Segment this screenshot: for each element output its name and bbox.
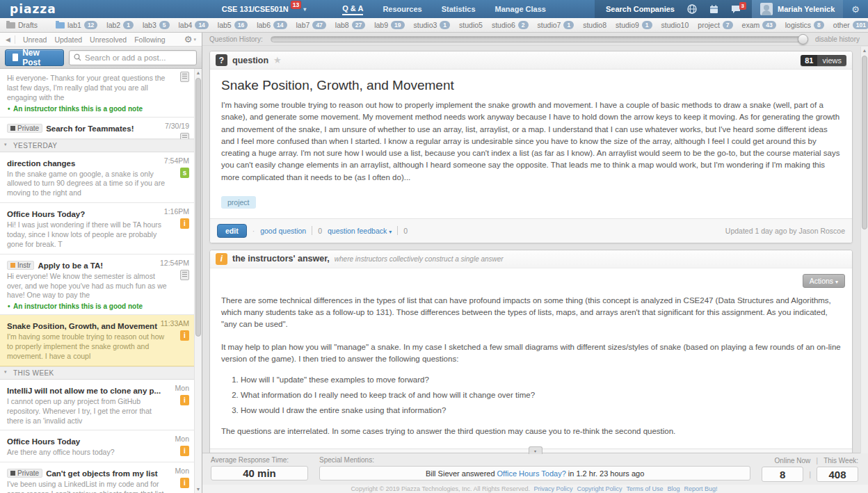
feed-item-titleline: direction changes xyxy=(7,156,169,169)
new-post-button[interactable]: New Post xyxy=(5,49,64,66)
search-input[interactable] xyxy=(85,54,192,62)
filter-following[interactable]: Following xyxy=(134,35,165,44)
history-slider-track[interactable] xyxy=(271,36,807,42)
list-item[interactable]: Snake Position, Growth, and MovementI'm … xyxy=(0,315,194,366)
feed-section-header[interactable]: ▾THIS WEEK xyxy=(0,366,194,380)
footer-divider xyxy=(312,226,312,235)
list-item[interactable]: PrivateCan't get objects from my listI'v… xyxy=(0,462,194,493)
actions-dropdown-button[interactable]: Actions ▾ xyxy=(803,274,845,288)
feed-scroll-thumb[interactable] xyxy=(195,78,201,337)
tab-lab6[interactable]: lab614 xyxy=(257,21,287,29)
favorite-star-icon[interactable]: ★ xyxy=(273,55,282,65)
footer-link-privacy-policy[interactable]: Privacy Policy xyxy=(534,485,573,492)
nav-link-statistics[interactable]: Statistics xyxy=(442,3,476,15)
scroll-down-icon[interactable]: ▼ xyxy=(195,487,202,492)
question-feedback-dropdown[interactable]: question feedback ▾ xyxy=(328,227,392,235)
piazza-logo[interactable]: piazza xyxy=(10,2,56,16)
instructor-good-note-label: An instructor thinks this is a good note xyxy=(7,105,169,113)
sidebar: ◀ UnreadUpdatedUnresolvedFollowing ⚙ ▾ N… xyxy=(0,33,202,493)
tab-count-badge: 101 xyxy=(853,21,868,29)
tab-lab8[interactable]: lab827 xyxy=(335,21,365,29)
footer-link-terms-of-use[interactable]: Terms of Use xyxy=(627,485,664,492)
feed-item-titleline: Snake Position, Growth, and Movement xyxy=(7,319,169,332)
search-companies-link[interactable]: Search Companies xyxy=(606,5,675,13)
scroll-up-icon[interactable]: ▲ xyxy=(195,70,202,75)
settings-gear-icon[interactable]: ⚙ xyxy=(843,0,868,18)
tab-lab1[interactable]: lab112 xyxy=(56,21,97,29)
tab-lab3[interactable]: lab35 xyxy=(143,21,170,29)
disable-history-link[interactable]: disable history xyxy=(815,35,860,43)
instructor-answered-icon: i xyxy=(180,395,189,405)
globe-icon[interactable] xyxy=(687,4,697,14)
tab-other[interactable]: other101 xyxy=(833,21,868,29)
tab-count-badge: 16 xyxy=(234,21,248,29)
main-scrollbar[interactable]: ▲ xyxy=(860,47,868,453)
list-item[interactable]: InstrApply to be a TA!Hi everyone! We kn… xyxy=(0,254,194,316)
feed-item-badges: s xyxy=(180,168,189,178)
bottombar-collapse-button[interactable]: ▾ xyxy=(529,446,542,454)
footer-link-blog[interactable]: Blog xyxy=(668,485,680,492)
tab-studio3[interactable]: studio31 xyxy=(414,21,451,29)
collapse-sidebar-icon[interactable]: ◀ xyxy=(6,36,10,43)
tab-lab4[interactable]: lab414 xyxy=(179,21,209,29)
this-week-value: 408 xyxy=(817,467,858,482)
list-item[interactable]: Office Hours Today?Hi! I was just wonder… xyxy=(0,203,194,254)
history-slider-handle[interactable] xyxy=(798,34,808,45)
tab-label: Drafts xyxy=(18,21,38,29)
good-question-count: 0 xyxy=(318,227,322,235)
online-stats-section: Online Now | This Week: 8 | 408 xyxy=(762,456,858,480)
tab-lab7[interactable]: lab747 xyxy=(296,21,326,29)
nav-link-q-a[interactable]: Q & A xyxy=(342,3,363,15)
tab-exam[interactable]: exam43 xyxy=(742,21,776,29)
feed-scrollbar[interactable]: ▲ ▼ xyxy=(194,69,202,493)
list-item[interactable]: IntelliJ will not allow me to clone any … xyxy=(0,380,194,431)
tag-project[interactable]: project xyxy=(221,196,256,209)
tab-studio8[interactable]: studio8 xyxy=(583,21,606,29)
tab-lab9[interactable]: lab919 xyxy=(374,21,404,29)
feed-section-label: THIS WEEK xyxy=(13,369,54,377)
tab-project[interactable]: project7 xyxy=(698,21,732,29)
filter-updated[interactable]: Updated xyxy=(54,35,82,44)
tab-logistics[interactable]: logistics8 xyxy=(785,21,824,29)
feed-section-header[interactable]: ▾YESTERDAY xyxy=(0,139,194,152)
footer-link-report-bug-[interactable]: Report Bug! xyxy=(684,485,718,492)
main-scroll-thumb[interactable] xyxy=(862,56,867,229)
tab-label: studio7 xyxy=(538,21,561,29)
tab-drafts[interactable]: Drafts xyxy=(6,21,38,29)
tab-studio10[interactable]: studio10 xyxy=(661,21,689,29)
mention-post-link[interactable]: Office Hours Today? xyxy=(497,469,566,478)
filter-unresolved[interactable]: Unresolved xyxy=(90,35,127,44)
tab-studio9[interactable]: studio91 xyxy=(616,21,652,29)
tab-studio5[interactable]: studio5 xyxy=(459,21,483,29)
list-item[interactable]: Hi everyone- Thanks for your great quest… xyxy=(0,69,194,118)
list-item[interactable]: Office Hours TodayAre there any office h… xyxy=(0,430,194,462)
course-selector[interactable]: CSE 131/CSE501N 13 ▾ xyxy=(222,5,306,13)
question-text: I'm having some trouble trying to reason… xyxy=(221,99,841,184)
user-menu[interactable]: Mariah Yelenick xyxy=(752,0,843,18)
edit-button[interactable]: edit xyxy=(217,224,247,238)
scroll-up-icon[interactable]: ▲ xyxy=(861,48,868,53)
tab-studio7[interactable]: studio71 xyxy=(538,21,574,29)
question-header: ? question ★ 81 views xyxy=(210,51,852,70)
list-item[interactable]: direction changesIn the snake game on go… xyxy=(0,152,194,204)
answer-body: Actions ▾ There are some technical diffe… xyxy=(210,268,852,449)
feed-item-main: Hi everyone- Thanks for your great quest… xyxy=(7,74,169,113)
list-item[interactable]: PrivateSearch for Teammates!7/30/19 xyxy=(0,118,194,139)
chevron-down-icon: ▾ xyxy=(835,279,838,285)
nav-link-manage-class[interactable]: Manage Class xyxy=(495,3,546,15)
nav-link-resources[interactable]: Resources xyxy=(383,3,421,15)
instr-square-icon xyxy=(10,263,15,268)
feed-item-time: 1:16PM xyxy=(164,207,189,216)
stats-divider: | xyxy=(809,470,811,478)
tab-lab2[interactable]: lab21 xyxy=(106,21,134,29)
post-scroll-area: ? question ★ 81 views Snake Position, Gr… xyxy=(202,46,868,453)
feed-item-main: PrivateSearch for Teammates! xyxy=(7,122,169,134)
good-question-link[interactable]: good question xyxy=(260,227,306,235)
tab-studio6[interactable]: studio62 xyxy=(492,21,529,29)
calendar-icon[interactable] xyxy=(709,5,718,14)
feedback-icon[interactable]: 3 xyxy=(731,5,741,14)
filter-unread[interactable]: Unread xyxy=(23,35,47,44)
feed-settings[interactable]: ⚙ ▾ xyxy=(184,34,196,45)
tab-lab5[interactable]: lab516 xyxy=(218,21,248,29)
footer-link-copyright-policy[interactable]: Copyright Policy xyxy=(577,485,622,492)
